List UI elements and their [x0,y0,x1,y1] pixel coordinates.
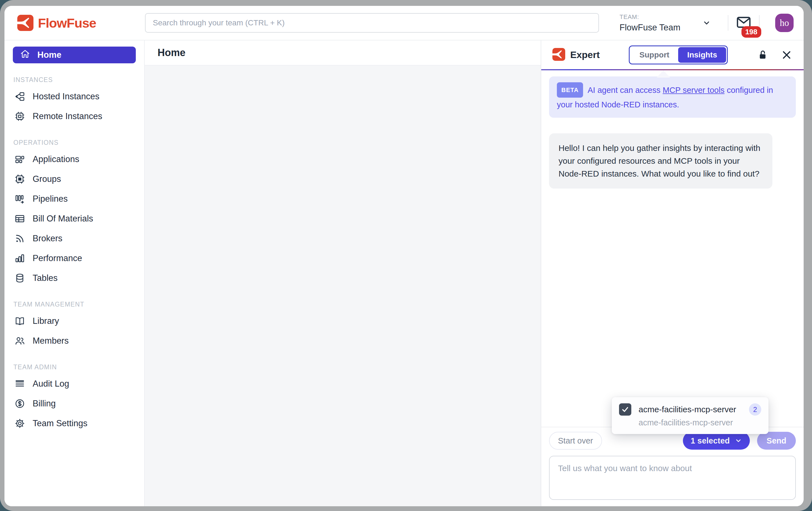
start-over-button[interactable]: Start over [549,432,602,450]
avatar[interactable]: ho [775,14,793,32]
team-label: TEAM: [619,13,680,21]
sidebar-item-tables[interactable]: Tables [13,268,136,288]
divider [728,15,728,31]
mcp-server-option[interactable]: acme-facilities-mcp-server 2 [619,403,761,416]
mcp-server-count-badge: 2 [749,403,761,416]
sidebar-item-label: Brokers [33,233,62,244]
bill-of-materials-icon [14,214,25,224]
banner-notch [657,70,670,78]
team-settings-icon [14,418,25,429]
send-button[interactable]: Send [757,432,796,450]
expert-panel: Expert Support Insights [541,40,804,506]
topbar-right-group: TEAM: FlowFuse Team 198 ho [619,6,793,40]
performance-icon [14,253,25,263]
sidebar-item-label: Performance [33,253,82,263]
expert-title: Expert [570,49,600,60]
sidebar-section-instances: INSTANCES [13,76,135,84]
team-selector[interactable]: TEAM: FlowFuse Team [619,13,680,33]
sidebar-item-hosted-instances[interactable]: Hosted Instances [13,86,136,106]
unlock-icon[interactable] [757,49,768,61]
chevron-down-icon[interactable] [702,19,711,27]
sidebar-item-bill-of-materials[interactable]: Bill Of Materials [13,209,136,228]
members-icon [14,336,25,346]
sidebar-item-billing[interactable]: Billing [13,394,136,414]
home-icon [20,49,30,61]
sidebar-section-operations: OPERATIONS [13,139,135,146]
flowfuse-logo[interactable]: FlowFuse [17,6,96,40]
close-icon[interactable] [781,49,792,61]
team-search-input[interactable] [145,13,599,33]
expert-panel-header: Expert Support Insights [541,40,804,69]
sidebar-item-label: Applications [33,154,79,164]
mcp-server-name: acme-facilities-mcp-server [639,405,736,414]
checkbox-checked-icon[interactable] [619,403,631,416]
applications-icon [14,154,25,165]
sidebar-item-label: Audit Log [33,379,69,389]
sidebar-item-brokers[interactable]: Brokers [13,228,136,248]
sidebar-item-performance[interactable]: Performance [13,248,136,268]
sidebar-item-label: Team Settings [33,418,87,428]
sidebar-item-members[interactable]: Members [13,331,136,350]
sidebar-item-label: Hosted Instances [33,91,99,102]
notification-count-badge: 198 [742,26,761,38]
flowfuse-expert-icon [552,48,565,62]
billing-icon [14,398,25,409]
library-icon [14,316,25,327]
sidebar-item-home[interactable]: Home [13,47,136,63]
groups-icon [14,174,25,184]
page-title: Home [157,47,185,59]
sidebar-item-label: Home [37,50,61,60]
sidebar-item-label: Remote Instances [33,111,102,121]
sidebar-item-label: Groups [33,174,61,184]
audit-log-icon [14,378,25,389]
main-content: Home [145,40,541,506]
flowfuse-logo-text: FlowFuse [38,15,96,31]
remote-instances-icon [14,111,25,122]
expert-brand: Expert [552,48,600,62]
sidebar-item-label: Tables [33,273,58,283]
chevron-down-icon [735,437,742,444]
sidebar-item-library[interactable]: Library [13,311,136,331]
flowfuse-app-window: FlowFuse TEAM: FlowFuse Team 198 ho [4,6,804,506]
selected-servers-label: 1 selected [691,436,730,446]
mcp-server-dropdown: acme-facilities-mcp-server 2 acme-facili… [612,397,768,434]
mcp-server-description: acme-facilities-mcp-server [639,418,761,427]
expert-footer: Start over 1 selected Send [541,427,804,506]
mcp-server-tools-link[interactable]: MCP server tools [663,86,724,94]
sidebar-item-pipelines[interactable]: Pipelines [13,189,136,209]
prompt-input[interactable] [549,456,796,500]
sidebar-item-label: Bill Of Materials [33,214,93,224]
beta-banner: BETAAI agent can access MCP server tools… [549,77,796,118]
expert-mode-toggle: Support Insights [629,46,728,64]
sidebar-item-audit-log[interactable]: Audit Log [13,374,136,394]
main-header: Home [145,40,541,65]
sidebar-item-groups[interactable]: Groups [13,169,136,189]
sidebar-section-team-management: TEAM MANAGEMENT [13,301,135,308]
app-shell: Home INSTANCES Hosted Instances Remote I… [4,40,804,506]
flowfuse-logo-icon [17,15,33,31]
beta-badge: BETA [557,82,583,97]
team-name: FlowFuse Team [619,23,680,33]
sidebar-item-label: Members [33,336,68,346]
sidebar: Home INSTANCES Hosted Instances Remote I… [4,40,145,506]
tables-icon [14,273,25,283]
top-bar: FlowFuse TEAM: FlowFuse Team 198 ho [4,6,804,40]
expert-footer-buttons: Start over 1 selected Send [549,432,796,450]
pipelines-icon [14,194,25,204]
brokers-icon [14,233,25,244]
sidebar-item-team-settings[interactable]: Team Settings [13,414,136,433]
expert-header-icons [757,49,792,61]
hosted-instances-icon [14,91,25,102]
sidebar-item-remote-instances[interactable]: Remote Instances [13,106,136,126]
sidebar-section-team-admin: TEAM ADMIN [13,364,135,371]
sidebar-item-label: Billing [33,399,56,409]
notifications-button[interactable]: 198 [735,14,752,31]
assistant-message: Hello! I can help you gather insights by… [549,133,773,189]
selected-servers-button[interactable]: 1 selected [683,432,750,450]
sidebar-item-applications[interactable]: Applications [13,149,136,169]
beta-text-before: AI agent can access [587,86,663,94]
tab-support[interactable]: Support [631,47,678,63]
tab-insights[interactable]: Insights [678,47,726,63]
sidebar-item-label: Pipelines [33,194,68,204]
expert-chat-area: BETAAI agent can access MCP server tools… [541,70,804,427]
